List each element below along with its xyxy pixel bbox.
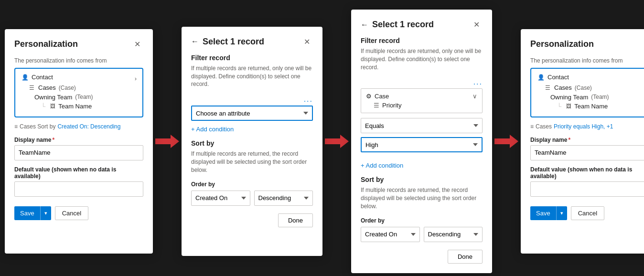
section-subtitle-2: If multiple records are returned, only o… bbox=[191, 64, 313, 88]
panel-filter-3: ← Select 1 record ✕ Filter record If mul… bbox=[351, 10, 492, 273]
filter-badge-1: ≡ Cases Sort by Created On: Descending bbox=[14, 123, 143, 130]
filter-icon-1: ≡ bbox=[14, 123, 18, 130]
filter-badge-text-4: Cases bbox=[536, 123, 552, 130]
img-icon-1: 🖼 bbox=[50, 103, 55, 109]
section-heading-2: Filter record bbox=[191, 54, 313, 62]
cases-type-1: (Case) bbox=[59, 85, 76, 91]
contact-icon-4: 👤 bbox=[537, 74, 545, 81]
done-button-3[interactable]: Done bbox=[448, 250, 483, 264]
filter-link-4[interactable]: Priority equals High, +1 bbox=[554, 123, 613, 130]
order-by-select-2[interactable]: Created On bbox=[191, 191, 250, 206]
filter-title-3: Select 1 record bbox=[372, 20, 434, 30]
high-dropdown-3[interactable]: High bbox=[361, 137, 483, 152]
img-icon-4: 🖼 bbox=[566, 103, 571, 109]
save-button-4[interactable]: Save bbox=[530, 206, 556, 220]
sort-by-desc-2: If multiple records are returned, the re… bbox=[191, 150, 313, 174]
info-label-1: The personalization info comes from bbox=[14, 57, 143, 64]
default-value-label-4: Default value (shown when no data is ava… bbox=[530, 166, 644, 180]
contact-label-4: Contact bbox=[547, 74, 569, 81]
add-condition-label-3: + Add condition bbox=[361, 162, 403, 169]
default-value-label-1: Default value (shown when no data is ava… bbox=[14, 166, 143, 180]
team-name-label-4: Team Name bbox=[574, 103, 608, 110]
svg-marker-2 bbox=[494, 135, 518, 148]
close-button-1[interactable]: ✕ bbox=[131, 39, 143, 50]
button-row-4: Save ▾ Cancel bbox=[530, 206, 644, 220]
owning-team-label-1: Owning Team bbox=[34, 94, 72, 101]
order-row-2: Created On Descending bbox=[191, 191, 313, 206]
owning-team-item-1: Owning Team (Team) bbox=[28, 94, 137, 101]
default-value-input-1[interactable] bbox=[14, 181, 143, 197]
order-by-label-2: Order by bbox=[191, 181, 313, 188]
done-button-2[interactable]: Done bbox=[278, 213, 313, 227]
filter-title-2: Select 1 record bbox=[203, 37, 264, 47]
svg-marker-0 bbox=[155, 135, 179, 148]
back-button-2[interactable]: ← bbox=[191, 37, 199, 46]
default-value-input-4[interactable] bbox=[530, 181, 644, 197]
panel-filter-2: ← Select 1 record ✕ Filter record If mul… bbox=[182, 27, 322, 256]
panel-personalization-4: Personalization ✕ The personalization in… bbox=[521, 29, 644, 254]
filter-badge-text-1: Cases Sort by bbox=[20, 123, 55, 130]
save-button-1[interactable]: Save bbox=[14, 206, 40, 220]
choose-attribute-dropdown-2[interactable]: Choose an attribute bbox=[191, 106, 313, 121]
cases-label-4: Cases bbox=[554, 84, 572, 91]
save-split-button-1: Save ▾ bbox=[14, 206, 51, 220]
owning-team-label-4: Owning Team bbox=[550, 94, 588, 101]
button-row-1: Save ▾ Cancel bbox=[14, 206, 143, 220]
cancel-button-1[interactable]: Cancel bbox=[55, 206, 88, 220]
panel-header-4: Personalization ✕ bbox=[530, 39, 644, 50]
filter-link-1[interactable]: Created On: Descending bbox=[57, 123, 120, 130]
order-row-3: Created On Descending bbox=[361, 227, 483, 242]
ellipsis-button-3[interactable]: ... bbox=[473, 78, 483, 86]
contact-label-1: Contact bbox=[32, 74, 53, 81]
order-by-select-3[interactable]: Created On bbox=[361, 227, 420, 242]
done-btn-row-2: Done bbox=[191, 213, 313, 227]
priority-label-3: Priority bbox=[382, 102, 401, 109]
close-button-3[interactable]: ✕ bbox=[471, 19, 483, 30]
arrow-1 bbox=[153, 135, 182, 148]
equals-dropdown-3[interactable]: Equals bbox=[361, 118, 483, 133]
cancel-button-4[interactable]: Cancel bbox=[571, 206, 604, 220]
info-label-4: The personalization info comes from bbox=[530, 57, 644, 64]
add-condition-3[interactable]: + Add condition bbox=[361, 162, 483, 169]
add-condition-2[interactable]: + Add condition bbox=[191, 126, 313, 133]
owning-team-type-4: (Team) bbox=[591, 94, 609, 100]
contact-tree-1: 👤 Contact › ☰ Cases (Case) Owning Team (… bbox=[14, 68, 143, 117]
panel-header-1: Personalization ✕ bbox=[14, 39, 143, 50]
filter-icon-4: ≡ bbox=[530, 123, 534, 130]
add-condition-label-2: + Add condition bbox=[191, 126, 234, 133]
order-direction-select-2[interactable]: Descending bbox=[254, 191, 313, 206]
save-chevron-1[interactable]: ▾ bbox=[40, 206, 51, 220]
team-name-label-1: Team Name bbox=[58, 103, 92, 110]
filter-header-2: ← Select 1 record ✕ bbox=[191, 36, 313, 47]
tree-line-icon-1: └ bbox=[41, 103, 45, 110]
close-button-2[interactable]: ✕ bbox=[301, 36, 313, 47]
save-chevron-4[interactable]: ▾ bbox=[556, 206, 567, 220]
contact-tree-4: 👤 Contact › ☰ Cases (Case) Owning Team (… bbox=[530, 68, 644, 117]
chevron-right-icon-1: › bbox=[135, 75, 137, 82]
display-name-input-4[interactable] bbox=[530, 145, 644, 160]
list-icon-4: ☰ bbox=[544, 84, 551, 92]
arrow-3 bbox=[492, 135, 521, 148]
tree-line-icon-4: └ bbox=[557, 103, 561, 110]
cases-type-4: (Case) bbox=[575, 85, 592, 91]
display-name-input-1[interactable] bbox=[14, 145, 143, 160]
gear-icon-3: ⚙ bbox=[366, 93, 372, 100]
ellipsis-button-2[interactable]: ... bbox=[304, 95, 313, 104]
arrow-2 bbox=[322, 135, 351, 148]
order-direction-select-3[interactable]: Descending bbox=[424, 227, 483, 242]
section-heading-3: Filter record bbox=[361, 37, 483, 44]
list-icon-3: ☰ bbox=[374, 102, 379, 109]
display-name-label-1: Display name* bbox=[14, 137, 143, 143]
case-row-3: ⚙ Case ∨ bbox=[366, 93, 477, 100]
cases-label-1: Cases bbox=[38, 84, 56, 91]
back-button-3[interactable]: ← bbox=[361, 21, 368, 29]
sort-by-heading-2: Sort by bbox=[191, 139, 313, 147]
sort-by-heading-3: Sort by bbox=[361, 176, 483, 183]
display-name-label-4: Display name* bbox=[530, 137, 644, 143]
priority-row-3: ☰ Priority bbox=[366, 102, 477, 109]
filter-badge-4: ≡ Cases Priority equals High, +1 bbox=[530, 123, 644, 130]
panel-title-1: Personalization bbox=[14, 39, 78, 49]
case-label-3: Case bbox=[375, 93, 389, 100]
order-by-label-3: Order by bbox=[361, 217, 483, 224]
team-name-item-4: └ 🖼 Team Name bbox=[544, 103, 644, 110]
